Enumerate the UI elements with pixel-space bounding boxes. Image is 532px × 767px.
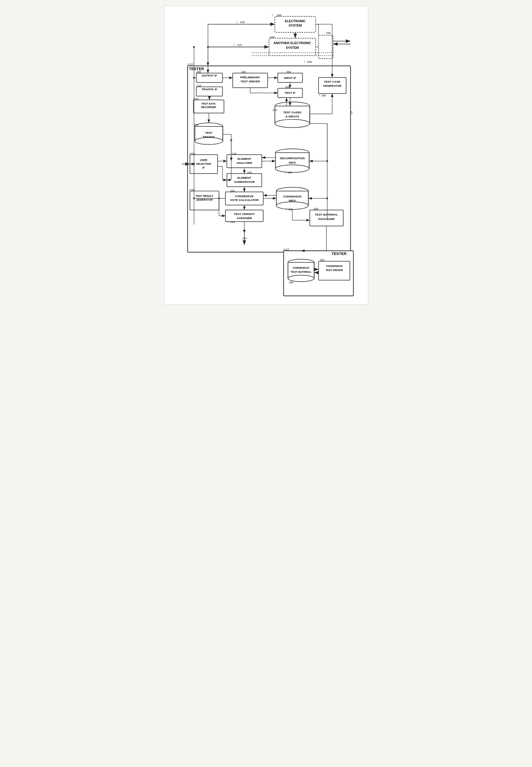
svg-text:228: 228: [313, 208, 318, 210]
svg-rect-12: [318, 35, 333, 59]
svg-text:TEST CASE: TEST CASE: [324, 80, 340, 83]
svg-text:/: /: [272, 13, 273, 17]
svg-text:OUTPUT IF: OUTPUT IF: [202, 74, 217, 77]
svg-text:ASSIGNER: ASSIGNER: [237, 217, 252, 220]
svg-text:3: 3: [350, 111, 353, 115]
svg-text:TRAFFIC: TRAFFIC: [203, 135, 215, 138]
svg-text:TRAFFIC IF: TRAFFIC IF: [201, 88, 217, 91]
svg-text:TESTER: TESTER: [332, 252, 347, 256]
svg-point-192: [193, 198, 195, 199]
svg-text:RECORDER: RECORDER: [201, 106, 216, 109]
svg-text:TEST DATA: TEST DATA: [201, 102, 216, 105]
svg-text:TEST CASES: TEST CASES: [283, 111, 301, 114]
svg-text:114: 114: [196, 84, 201, 87]
svg-text:INFO: INFO: [289, 161, 296, 164]
svg-text:CONSENSUS: CONSENSUS: [293, 266, 309, 269]
svg-text:216: 216: [190, 152, 195, 155]
svg-text:PRELIMINARY: PRELIMINARY: [240, 76, 260, 79]
svg-text:112: 112: [284, 248, 289, 251]
svg-text:INFO: INFO: [289, 199, 296, 202]
svg-point-72: [275, 119, 310, 128]
svg-text:230: 230: [289, 281, 293, 284]
svg-text:106: 106: [326, 31, 331, 34]
svg-point-135: [288, 275, 314, 282]
svg-text:CONSENSUS: CONSENSUS: [235, 195, 253, 198]
diagram-container: ELECTRONIC SYSTEM 100 / ANOTHER ELECTRON…: [170, 12, 362, 299]
svg-text:TEST RESULT: TEST RESULT: [196, 195, 213, 198]
svg-text:110: 110: [237, 43, 242, 46]
svg-text:COMPARATOR: COMPARATOR: [234, 180, 254, 183]
svg-text:CONSENSUS: CONSENSUS: [326, 265, 342, 268]
svg-text:/: /: [236, 20, 237, 24]
page: ELECTRONIC SYSTEM 100 / ANOTHER ELECTRON…: [164, 6, 368, 305]
svg-text:VOTE CALCULATOR: VOTE CALCULATOR: [230, 198, 259, 202]
svg-text:232: 232: [320, 259, 324, 262]
svg-text:ELEMENT: ELEMENT: [237, 157, 251, 160]
svg-text:102: 102: [240, 20, 245, 24]
svg-text:220: 220: [287, 171, 292, 174]
svg-point-168: [193, 163, 195, 165]
svg-text:/: /: [304, 60, 305, 63]
svg-text:118: 118: [247, 171, 252, 174]
svg-text:210: 210: [272, 109, 277, 111]
svg-text:226: 226: [288, 208, 292, 211]
svg-text:TEST VERDICT: TEST VERDICT: [234, 212, 255, 216]
svg-text:INPUT IF: INPUT IF: [284, 76, 296, 79]
svg-point-91: [275, 165, 309, 172]
svg-text:ELEMENT: ELEMENT: [237, 176, 251, 179]
svg-text:GENERATOR: GENERATOR: [196, 198, 213, 201]
svg-text:PACKAGER: PACKAGER: [318, 217, 334, 221]
svg-text:SELECTION: SELECTION: [196, 162, 211, 165]
svg-text:/: /: [187, 63, 188, 66]
svg-text:204: 204: [286, 70, 291, 73]
svg-text:TEST DRIVER: TEST DRIVER: [240, 80, 260, 83]
svg-text:206: 206: [285, 86, 289, 88]
svg-text:GENERATOR: GENERATOR: [323, 84, 341, 87]
svg-text:222: 222: [230, 189, 235, 192]
svg-text:TEST DRIVER: TEST DRIVER: [325, 269, 343, 272]
svg-text:CONSENSUS: CONSENSUS: [283, 195, 301, 198]
svg-point-166: [193, 46, 195, 48]
svg-text:ANALYSER: ANALYSER: [236, 161, 252, 164]
svg-text:TEST MATERIAL: TEST MATERIAL: [315, 213, 338, 216]
svg-text:224: 224: [230, 221, 235, 224]
svg-text:200: 200: [196, 70, 201, 73]
svg-text:122: 122: [190, 188, 195, 191]
svg-text:& INPUTS: & INPUTS: [285, 115, 299, 118]
svg-text:104: 104: [269, 35, 274, 39]
svg-text:DECOMPOSITION: DECOMPOSITION: [280, 156, 305, 160]
svg-text:/: /: [283, 248, 284, 252]
svg-text:208: 208: [321, 94, 326, 97]
svg-text:SYSTEM: SYSTEM: [289, 24, 302, 27]
svg-text:100: 100: [276, 13, 281, 17]
svg-text:IF: IF: [202, 166, 205, 169]
svg-text:USER: USER: [200, 158, 207, 161]
diagram-svg: ELECTRONIC SYSTEM 100 / ANOTHER ELECTRON…: [170, 12, 362, 297]
svg-text:124: 124: [242, 237, 247, 240]
svg-text:112: 112: [188, 62, 193, 66]
svg-point-64: [195, 137, 223, 144]
svg-text:218: 218: [232, 152, 236, 155]
svg-text:/: /: [233, 43, 234, 46]
svg-text:ELECTRONIC: ELECTRONIC: [285, 19, 306, 23]
svg-text:SYSTEM: SYSTEM: [286, 46, 299, 49]
svg-point-200: [326, 160, 328, 162]
svg-text:108: 108: [307, 60, 312, 63]
svg-text:TEST IF: TEST IF: [285, 91, 295, 94]
svg-text:212: 212: [194, 97, 198, 100]
svg-text:202: 202: [241, 70, 246, 73]
svg-text:ANOTHER ELECTRONIC: ANOTHER ELECTRONIC: [273, 41, 311, 45]
svg-rect-118: [225, 210, 263, 222]
svg-text:214: 214: [194, 123, 198, 126]
svg-text:TEST: TEST: [205, 131, 212, 134]
svg-text:TEST MATERIAL: TEST MATERIAL: [291, 271, 312, 273]
